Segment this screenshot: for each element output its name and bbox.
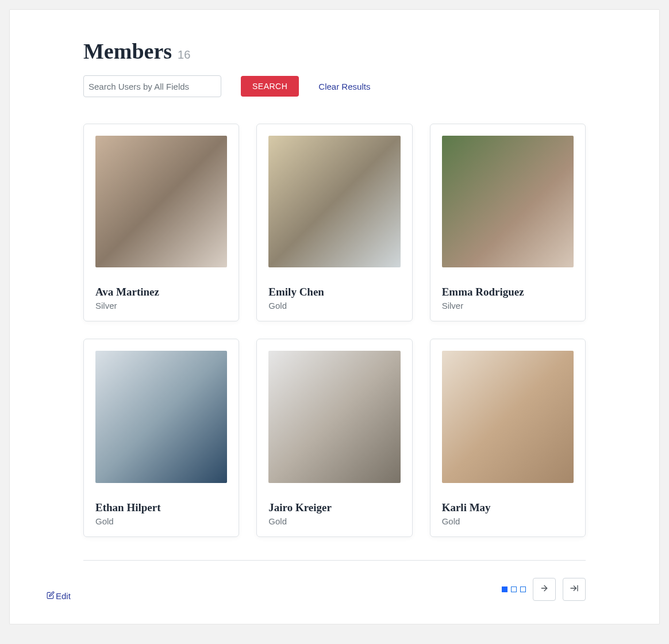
member-name: Ethan Hilpert [95,501,227,514]
avatar [95,136,227,267]
arrow-right-icon [540,584,549,595]
last-page-button[interactable] [563,578,586,601]
member-name: Jairo Kreiger [268,501,400,514]
member-card[interactable]: Emma Rodriguez Silver [430,124,586,321]
members-panel: Members 16 SEARCH Clear Results Ava Mart… [9,9,660,624]
edit-label: Edit [56,591,71,601]
avatar [442,351,574,482]
page-dot-3[interactable] [520,586,526,592]
search-button[interactable]: SEARCH [241,76,299,97]
members-grid: Ava Martinez Silver Emily Chen Gold Emma… [83,124,586,537]
member-tier: Gold [268,301,400,310]
avatar [268,136,400,267]
member-tier: Gold [95,516,227,526]
member-name: Ava Martinez [95,286,227,298]
edit-icon [47,591,55,601]
member-card[interactable]: Ava Martinez Silver [83,124,239,321]
member-tier: Gold [268,516,400,526]
title-row: Members 16 [83,39,586,64]
page-dot-2[interactable] [511,586,517,592]
member-name: Emily Chen [268,286,400,298]
member-card[interactable]: Emily Chen Gold [256,124,412,321]
member-tier: Silver [442,301,574,310]
edit-link[interactable]: Edit [47,591,71,601]
avatar [442,136,574,267]
divider [83,560,586,561]
member-tier: Gold [442,516,574,526]
clear-results-link[interactable]: Clear Results [318,82,370,91]
avatar [95,351,227,482]
avatar [268,351,400,482]
member-name: Karli May [442,501,574,514]
member-count: 16 [178,48,190,62]
page-title: Members [83,39,172,64]
next-page-button[interactable] [533,578,556,601]
member-card[interactable]: Jairo Kreiger Gold [256,339,412,536]
pagination [83,578,586,601]
member-card[interactable]: Ethan Hilpert Gold [83,339,239,536]
arrow-end-icon [570,584,579,595]
search-input[interactable] [83,75,221,97]
member-card[interactable]: Karli May Gold [430,339,586,536]
controls-row: SEARCH Clear Results [83,75,586,97]
member-tier: Silver [95,301,227,310]
page-dot-1[interactable] [502,586,507,592]
member-name: Emma Rodriguez [442,286,574,298]
